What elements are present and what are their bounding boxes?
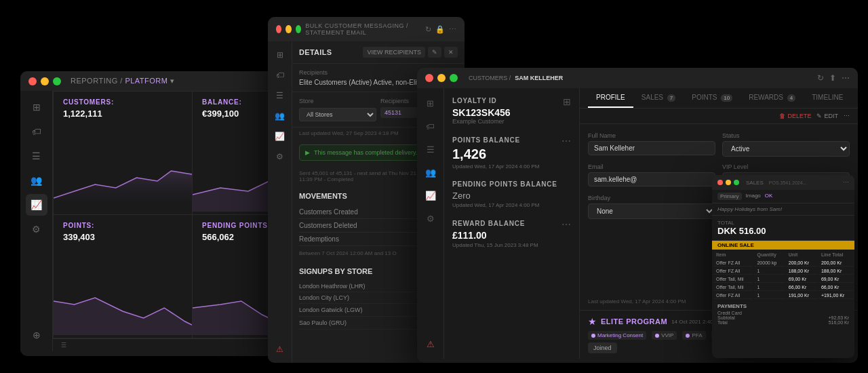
tab-profile[interactable]: PROFILE (588, 88, 633, 108)
tab-sales[interactable]: SALES 7 (633, 88, 684, 108)
sales-close-button[interactable] (717, 180, 723, 185)
loyalty-id-more-btn[interactable]: ⊞ (563, 96, 571, 107)
edit-button[interactable]: ✎ EDIT (816, 113, 838, 119)
bulk-sidebar: ⊞ 🏷 ☰ 👥 📈 ⚙ ⚠ (268, 41, 292, 363)
online-sale-header: ONLINE SALE (712, 241, 854, 250)
delete-button[interactable]: 🗑 DELETE (779, 113, 811, 119)
loyalty-id-header: LOYALTY ID ⊞ (452, 96, 571, 107)
bulk-close-section-btn[interactable]: ✕ (444, 47, 458, 58)
cust-sidebar-alert[interactable]: ⚠ (421, 334, 440, 353)
cust-refresh-icon[interactable]: ↻ (817, 73, 824, 83)
col-unit: Unit (786, 251, 817, 258)
store-select[interactable]: All Stores (299, 108, 376, 121)
sales-row-0: Offer FZ All 20000 kp 200,00 Kr 200,00 K… (713, 260, 853, 267)
sales-more-icon[interactable]: ⋯ (843, 179, 849, 186)
loyalty-panel: LOYALTY ID ⊞ SK123SK456 Example Customer… (444, 88, 580, 359)
reward-balance-updated: Updated Thu, 15 Jun 2023 3:48 PM (452, 242, 571, 248)
bulk-view-recipients-btn[interactable]: VIEW RECIPIENTS (363, 47, 425, 58)
bulk-edit-btn[interactable]: ✎ (428, 47, 441, 58)
joined-badge: Joined (588, 342, 617, 353)
signup-gru-name: Sao Paulo (GRU) (299, 319, 347, 326)
cust-share-icon[interactable]: ⬆ (829, 73, 836, 83)
sidebar-icon-settings[interactable]: ⚙ (26, 218, 47, 240)
cust-sidebar-grid[interactable]: ⊞ (421, 94, 440, 113)
bulk-sidebar-chart[interactable]: 📈 (272, 128, 288, 144)
bulk-refresh-icon[interactable]: ↻ (425, 25, 431, 34)
vvip-dot (655, 334, 659, 338)
cust-sidebar-users[interactable]: 👥 (421, 163, 440, 182)
bulk-sidebar-list[interactable]: ☰ (272, 87, 288, 104)
trash-icon: 🗑 (779, 113, 785, 119)
bulk-sidebar-alert[interactable]: ⚠ (272, 341, 288, 357)
bulk-sidebar-tag[interactable]: 🏷 (272, 67, 288, 83)
elite-title: ELITE PROGRAM (601, 317, 667, 326)
tab-points[interactable]: POINTS 10 (684, 88, 741, 108)
reporting-sidebar: ⊞ 🏷 ☰ 👥 📈 ⚙ ⊕ (20, 91, 53, 351)
tab-rewards[interactable]: REWARDS 4 (741, 88, 804, 108)
col-total: Line Total (818, 251, 853, 258)
minimize-button[interactable] (41, 77, 49, 85)
payment-subtotal-amount: +92,63 Kr (828, 315, 849, 320)
cust-sidebar-list[interactable]: ☰ (421, 140, 440, 159)
sales-items-table: Item Quantity Unit Line Total Offer FZ A… (712, 250, 854, 300)
customers-titlebar-right: ↻ ⬆ ⋯ (817, 73, 850, 83)
sidebar-icon-tag[interactable]: 🏷 (26, 121, 47, 142)
bulk-sidebar-grid[interactable]: ⊞ (272, 47, 288, 63)
points-more-btn[interactable]: ⋯ (561, 136, 571, 146)
elite-star-icon: ★ (588, 316, 597, 327)
rewards-tab-badge: 4 (787, 94, 795, 102)
profile-actions: 🗑 DELETE ✎ EDIT ⋯ (580, 109, 858, 124)
status-select[interactable]: Active (722, 141, 850, 157)
reporting-bottom-icon: ☰ (61, 342, 66, 349)
loyalty-id-value: SK123SK456 (452, 107, 571, 118)
cust-maximize-button[interactable] (450, 74, 458, 82)
email-input[interactable] (588, 172, 715, 186)
reward-balance-value: £111.00 (452, 230, 571, 241)
customers-sidebar: ⊞ 🏷 ☰ 👥 📈 ⚙ ⚠ (417, 88, 444, 359)
bulk-minimize-button[interactable] (285, 25, 291, 33)
cust-sidebar-settings[interactable]: ⚙ (421, 209, 440, 228)
customers-titlebar: CUSTOMERS / SAM KELLEHER ↻ ⬆ ⋯ (417, 68, 858, 88)
sales-row-2: Offer Tall, Mil 1 69,00 Kr 69,00 Kr (713, 276, 853, 283)
sales-maximize-button[interactable] (734, 180, 739, 185)
pending-points-section: PENDING POINTS BALANCE Zero Updated Wed,… (452, 180, 571, 208)
birthday-select[interactable]: None (588, 203, 715, 219)
bulk-sidebar-users[interactable]: 👥 (272, 108, 288, 124)
bulk-share-icon[interactable]: ⋯ (449, 25, 456, 34)
sidebar-icon-more[interactable]: ⊕ (26, 324, 47, 346)
tab-timeline[interactable]: TIMELINE (804, 88, 851, 108)
payment-row-cc: Credit Card (717, 311, 849, 315)
signup-lcy-name: London City (LCY) (299, 294, 349, 301)
points-label: POINTS: (63, 222, 182, 229)
pending-points-value: Zero (452, 191, 571, 201)
more-actions-button[interactable]: ⋯ (844, 113, 850, 119)
bulk-lock-icon[interactable]: 🔒 (435, 25, 445, 34)
sidebar-icon-users[interactable]: 👥 (26, 170, 47, 191)
full-name-input[interactable] (588, 141, 715, 155)
reward-more-btn[interactable]: ⋯ (561, 219, 571, 230)
bulk-close-button[interactable] (276, 25, 281, 33)
close-button[interactable] (28, 77, 37, 85)
stat-points: POINTS: 339,403 (53, 215, 193, 339)
pending-points-label: PENDING POINTS BALANCE (452, 180, 571, 188)
maximize-button[interactable] (53, 77, 61, 85)
name-status-row: Full Name Status Active (588, 132, 850, 157)
sidebar-icon-chart[interactable]: 📈 (26, 194, 47, 216)
cust-sidebar-chart[interactable]: 📈 (421, 186, 440, 205)
sidebar-icon-grid[interactable]: ⊞ (26, 96, 47, 118)
cust-minimize-button[interactable] (437, 74, 446, 82)
bulk-maximize-button[interactable] (296, 25, 301, 33)
cust-close-button[interactable] (425, 74, 433, 82)
consent-vvip: VVIP (652, 331, 677, 340)
sales-titlebar: SALES POS.3541.2024... ⋯ (712, 175, 854, 190)
sales-minimize-button[interactable] (726, 180, 731, 185)
bulk-titlebar: BULK CUSTOMER MESSAGING / STATEMENT EMAI… (268, 17, 465, 41)
sidebar-icon-list[interactable]: ☰ (26, 145, 47, 167)
cust-sidebar-tag[interactable]: 🏷 (421, 117, 440, 136)
payments-section: PAYMENTS Credit Card Subtotal +92,63 Kr … (712, 300, 854, 328)
cust-more-icon[interactable]: ⋯ (842, 73, 850, 83)
reward-balance-section: REWARD BALANCE ⋯ £111.00 Updated Thu, 15… (452, 219, 571, 248)
bulk-details-title: DETAILS (299, 48, 332, 56)
bulk-sidebar-settings[interactable]: ⚙ (272, 149, 288, 165)
points-balance-label: POINTS BALANCE (452, 136, 520, 144)
